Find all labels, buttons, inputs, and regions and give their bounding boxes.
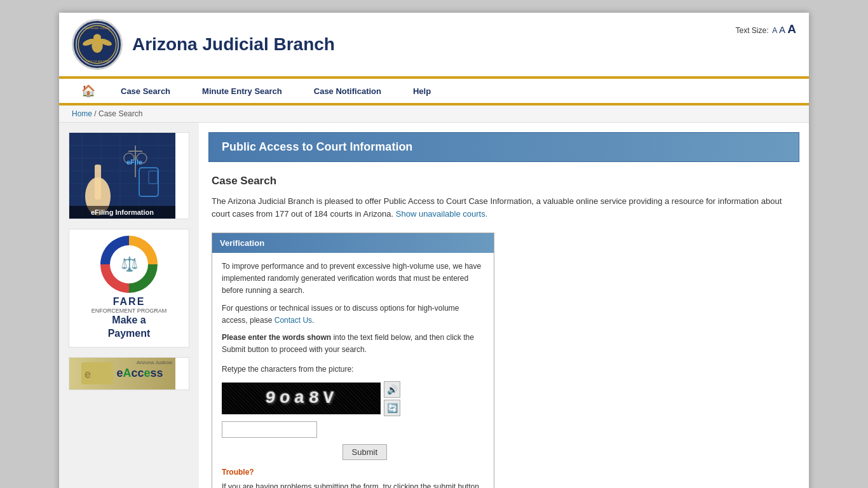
text-size-medium[interactable]: A: [779, 24, 785, 35]
captcha-image: 9oa8V: [222, 383, 381, 414]
verification-body: To improve performance and to prevent ex…: [212, 253, 494, 488]
fare-text: FARE: [76, 296, 182, 308]
breadcrumb-current: Case Search: [98, 109, 142, 118]
breadcrumb-home[interactable]: Home: [72, 109, 92, 118]
trouble-title: Trouble?: [222, 466, 484, 478]
svg-rect-23: [128, 151, 142, 152]
fare-subtitle: ENFORCEMENT PROGRAM: [76, 308, 182, 314]
nav-minute-entry-search[interactable]: Minute Entry Search: [186, 80, 298, 102]
logo-area: SUPREME COURT STATE OF ARIZONA Arizona J…: [72, 19, 335, 70]
make-payment-link[interactable]: Make aPayment: [76, 314, 182, 341]
captcha-text: 9oa8V: [263, 384, 338, 413]
eaccess-text: eAccess: [116, 367, 163, 380]
header: SUPREME COURT STATE OF ARIZONA Arizona J…: [59, 13, 809, 79]
eaccess-widget[interactable]: Arizona Judicial e eAccess: [69, 357, 189, 390]
verification-para2: For questions or technical issues or to …: [222, 302, 484, 327]
captcha-buttons: 🔊 🔄: [384, 381, 400, 416]
scales-icon: ⚖️: [121, 256, 138, 273]
svg-rect-21: [95, 165, 101, 200]
show-unavailable-link[interactable]: Show unavailable courts.: [396, 209, 488, 219]
site-title: Arizona Judicial Branch: [132, 34, 335, 55]
nav-case-search[interactable]: Case Search: [105, 80, 186, 102]
eaccess-banner: Arizona Judicial e eAccess: [69, 358, 175, 390]
efiling-label: eFiling Information: [69, 206, 175, 219]
trouble-section: Trouble? If you are having problems subm…: [222, 466, 484, 489]
main-layout: eFile eFiling Information ⚖️ FARE ENFORC: [59, 123, 809, 488]
trouble-text: If you are having problems submitting th…: [222, 481, 484, 488]
text-size-label: Text Size:: [736, 26, 769, 35]
content-body: Case Search The Arizona Judicial Branch …: [199, 162, 809, 488]
captcha-audio-button[interactable]: 🔊: [384, 381, 400, 398]
verification-instruction: Please enter the words shown into the te…: [222, 332, 484, 356]
nav-case-notification[interactable]: Case Notification: [298, 80, 397, 102]
verification-header: Verification: [212, 233, 494, 253]
text-size-small[interactable]: A: [772, 26, 776, 35]
nav-help[interactable]: Help: [397, 80, 447, 102]
efiling-widget[interactable]: eFile eFiling Information: [69, 132, 189, 219]
case-search-title: Case Search: [212, 175, 796, 187]
captcha-label: Retype the characters from the picture:: [222, 363, 484, 376]
svg-text:SUPREME COURT: SUPREME COURT: [85, 27, 110, 30]
svg-text:STATE OF ARIZONA: STATE OF ARIZONA: [84, 60, 110, 63]
svg-text:eFile: eFile: [126, 158, 142, 166]
verification-box: Verification To improve performance and …: [212, 233, 494, 488]
captcha-input[interactable]: [222, 421, 317, 438]
captcha-refresh-button[interactable]: 🔄: [384, 400, 400, 416]
verification-para1: To improve performance and to prevent ex…: [222, 261, 484, 297]
court-seal-logo: SUPREME COURT STATE OF ARIZONA: [72, 19, 123, 70]
case-search-description: The Arizona Judicial Branch is pleased t…: [212, 195, 796, 220]
sidebar: eFile eFiling Information ⚖️ FARE ENFORC: [59, 123, 199, 488]
submit-button[interactable]: Submit: [342, 444, 387, 460]
home-button[interactable]: 🏠: [72, 79, 105, 103]
text-size-large[interactable]: A: [787, 22, 796, 36]
contact-us-link[interactable]: Contact Us: [275, 316, 312, 325]
text-size-area: Text Size: A A A: [736, 22, 796, 36]
fare-widget[interactable]: ⚖️ FARE ENFORCEMENT PROGRAM Make aPaymen…: [69, 229, 189, 348]
eaccess-az-label: Arizona Judicial: [137, 360, 172, 365]
captcha-row: 9oa8V 🔊 🔄: [222, 381, 484, 416]
page-heading: Public Access to Court Information: [208, 132, 799, 162]
nav-bar: 🏠 Case Search Minute Entry Search Case N…: [59, 79, 809, 105]
submit-area: Submit: [222, 444, 387, 460]
captcha-area: Retype the characters from the picture: …: [222, 363, 484, 459]
breadcrumb: Home / Case Search: [59, 105, 809, 123]
efiling-banner: eFile eFiling Information: [69, 133, 175, 219]
svg-text:e: e: [85, 368, 91, 381]
content-area: Public Access to Court Information Case …: [199, 123, 809, 488]
fare-logo: ⚖️: [100, 236, 158, 293]
